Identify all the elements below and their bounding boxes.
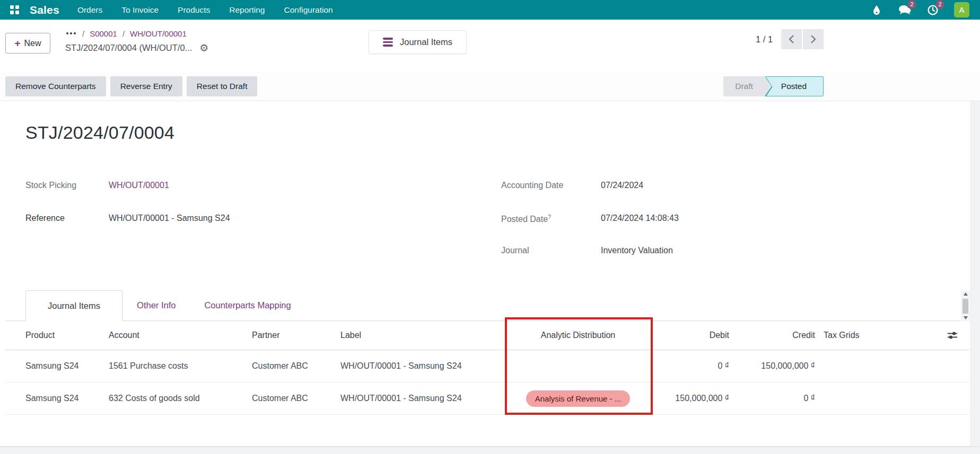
col-analytic-distribution[interactable]: Analytic Distribution [504,331,652,340]
field-label: Stock Picking [25,181,109,190]
col-product[interactable]: Product [5,331,109,340]
activities-clock-icon[interactable]: 2 [926,3,940,17]
field-label: Reference [25,213,109,223]
col-label[interactable]: Label [340,331,504,340]
plus-icon: + [14,38,20,48]
field-posted-date: Posted Date? 07/24/2024 14:08:43 [501,213,679,224]
field-label: Journal [501,246,601,255]
col-tax-grids[interactable]: Tax Grids [815,331,926,340]
cell-label[interactable]: WH/OUT/00001 - Samsung S24 [340,394,504,403]
remove-counterparts-button[interactable]: Remove Counterparts [5,76,106,96]
new-button[interactable]: + New [5,33,50,54]
user-avatar[interactable]: A [954,2,969,17]
analytic-distribution-tag[interactable]: Analysis of Revenue - ... [526,390,631,407]
page-scrollbar-track[interactable] [970,101,980,454]
pager-next-button[interactable] [803,29,824,49]
nav-item-configuration[interactable]: Configuration [284,5,332,15]
cell-product[interactable]: Samsung S24 [5,361,109,371]
breadcrumb-link-s00001[interactable]: S00001 [90,29,117,38]
messages-badge: 2 [907,0,916,9]
field-label: Accounting Date [501,181,601,190]
cell-credit[interactable]: 0 ₫ [729,394,815,403]
messages-icon[interactable]: 2 [898,3,912,17]
cell-partner[interactable]: Customer ABC [252,361,340,371]
stock-picking-link[interactable]: WH/OUT/00001 [109,181,169,190]
status-draft[interactable]: Draft [723,76,772,96]
record-title: STJ/2024/07/0004 [25,122,174,143]
cell-partner[interactable]: Customer ABC [252,394,340,403]
table-row[interactable]: Samsung S24 632 Costs of goods sold Cust… [5,382,969,415]
cell-debit[interactable]: 0 ₫ [652,361,729,371]
cell-debit[interactable]: 150,000,000 ₫ [652,394,729,403]
field-label: Posted Date? [501,213,601,224]
notebook-scrollbar[interactable] [961,291,970,321]
control-panel: + New / S00001 / WH/OUT/00001 STJ/2024/0… [0,20,980,72]
pager: 1 / 1 [756,29,824,49]
status-widget: Draft Posted [723,76,824,96]
activities-badge: 2 [935,0,944,9]
journal-items-smart-button[interactable]: Journal Items [369,30,467,54]
status-posted[interactable]: Posted [765,76,824,96]
cell-account[interactable]: 1561 Purchase costs [109,361,252,371]
journal-items-button-label: Journal Items [400,37,452,47]
breadcrumb-link-wh-out[interactable]: WH/OUT/00001 [130,29,187,38]
breadcrumb-ellipsis-icon[interactable] [65,31,77,35]
scroll-up-arrow-icon[interactable] [964,292,968,296]
page: Sales Orders To Invoice Products Reporti… [0,0,980,454]
cell-label[interactable]: WH/OUT/00001 - Samsung S24 [340,361,504,371]
help-question-mark: ? [548,213,551,220]
reference-value[interactable]: WH/OUT/00001 - Samsung S24 [109,213,230,223]
nav-item-to-invoice[interactable]: To Invoice [121,5,159,15]
tab-journal-items[interactable]: Journal Items [25,290,122,321]
table-row[interactable]: Samsung S24 1561 Purchase costs Customer… [5,350,969,382]
list-bars-icon [383,38,393,47]
field-stock-picking: Stock Picking WH/OUT/00001 [25,181,169,190]
new-button-label: New [24,39,41,48]
nav-item-reporting[interactable]: Reporting [229,5,265,15]
status-posted-label: Posted [781,82,807,91]
nav-item-orders[interactable]: Orders [77,5,102,15]
scrollbar-thumb[interactable] [962,299,968,314]
apps-grid-icon[interactable] [7,3,21,17]
pager-count: 1 / 1 [756,34,773,44]
app-name[interactable]: Sales [30,4,59,16]
reverse-entry-button[interactable]: Reverse Entry [110,76,182,96]
field-journal: Journal Inventory Valuation [501,246,673,255]
cell-account[interactable]: 632 Costs of goods sold [109,394,252,403]
col-partner[interactable]: Partner [252,331,340,340]
journal-value[interactable]: Inventory Valuation [601,246,673,255]
col-credit[interactable]: Credit [729,331,815,340]
nav-menu: Orders To Invoice Products Reporting Con… [77,5,333,15]
breadcrumb-current: STJ/2024/07/0004 (WH/OUT/0... [65,43,192,53]
scroll-down-arrow-icon[interactable] [964,316,968,319]
breadcrumb: / S00001 / WH/OUT/00001 STJ/2024/07/0004… [65,27,208,53]
reset-to-draft-button[interactable]: Reset to Draft [187,76,258,96]
form-sheet: STJ/2024/07/0004 Stock Picking WH/OUT/00… [0,101,980,447]
tab-counterparts-mapping[interactable]: Counterparts Mapping [190,290,305,321]
col-debit[interactable]: Debit [652,331,729,340]
col-account[interactable]: Account [109,331,252,340]
breadcrumb-separator: / [122,29,125,38]
cell-credit[interactable]: 150,000,000 ₫ [729,361,815,371]
notebook-tabs: Journal Items Other Info Counterparts Ma… [5,290,969,321]
field-reference: Reference WH/OUT/00001 - Samsung S24 [25,213,230,223]
breadcrumb-separator: / [82,29,84,38]
table-header-row: Product Account Partner Label Analytic D… [5,321,969,350]
action-bar: Remove Counterparts Reverse Entry Reset … [0,72,980,101]
page-bottom-strip [0,447,980,454]
top-navbar: Sales Orders To Invoice Products Reporti… [0,0,980,20]
field-accounting-date: Accounting Date 07/24/2024 [501,181,643,190]
nav-item-products[interactable]: Products [178,5,210,15]
optional-columns-icon[interactable] [926,331,969,340]
tab-other-info[interactable]: Other Info [122,290,190,321]
posted-date-value[interactable]: 07/24/2024 14:08:43 [601,213,679,224]
journal-items-table: Product Account Partner Label Analytic D… [5,321,969,415]
gear-icon[interactable]: ⚙ [199,43,208,53]
cell-analytic-distribution[interactable]: Analysis of Revenue - ... [504,390,652,407]
water-drop-icon[interactable] [870,3,883,17]
cell-product[interactable]: Samsung S24 [5,394,109,403]
pager-previous-button[interactable] [781,29,802,49]
accounting-date-value[interactable]: 07/24/2024 [601,181,643,190]
